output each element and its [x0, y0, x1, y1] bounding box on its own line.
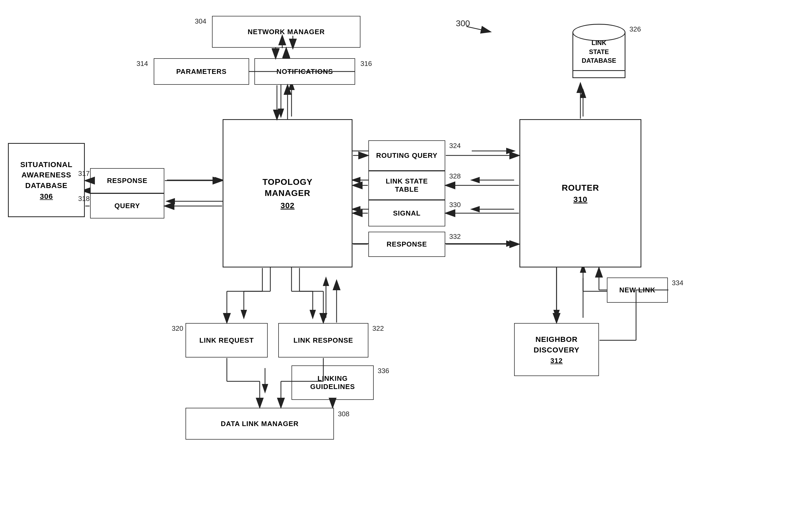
link-request-box: LINK REQUEST: [185, 323, 268, 358]
svg-line-36: [466, 26, 490, 32]
link-state-database-ref: 326: [629, 25, 641, 33]
router-box: ROUTER 310: [519, 119, 641, 267]
topology-manager-box: TOPOLOGYMANAGER 302: [223, 119, 352, 267]
link-response-label: LINK RESPONSE: [293, 336, 353, 344]
neighbor-discovery-label: NEIGHBORDISCOVERY: [534, 334, 579, 355]
new-link-label: NEW LINK: [620, 286, 655, 294]
routing-query-box: ROUTING QUERY: [368, 140, 445, 171]
link-response-ref: 322: [372, 324, 384, 332]
query-318-label: QUERY: [114, 202, 140, 210]
link-state-database-label: LINKSTATEDATABASE: [572, 38, 625, 65]
data-link-manager-label: DATA LINK MANAGER: [221, 420, 299, 428]
parameters-box: PARAMETERS: [154, 58, 249, 85]
notifications-box: NOTIFICATIONS: [254, 58, 355, 85]
link-response-box: LINK RESPONSE: [278, 323, 368, 358]
response-332-label: RESPONSE: [387, 240, 427, 248]
response-317-ref: 317: [78, 170, 90, 178]
linking-guidelines-label: LINKINGGUIDELINES: [310, 375, 355, 391]
response-317-label: RESPONSE: [107, 177, 148, 185]
signal-ref: 330: [449, 201, 461, 209]
query-318-ref: 318: [78, 195, 90, 203]
neighbor-discovery-box: NEIGHBORDISCOVERY 312: [514, 323, 599, 376]
response-317-box: RESPONSE: [90, 168, 164, 193]
notifications-ref: 316: [361, 60, 372, 68]
new-link-box: NEW LINK: [607, 278, 668, 303]
network-manager-box: NETWORK MANAGER: [212, 16, 361, 48]
data-link-manager-box: DATA LINK MANAGER: [185, 408, 334, 440]
new-link-ref: 334: [672, 279, 683, 287]
routing-query-ref: 324: [449, 142, 461, 150]
link-state-table-label: LINK STATETABLE: [386, 177, 428, 194]
sa-database-ref: 306: [20, 192, 72, 201]
link-state-table-box: LINK STATETABLE: [368, 171, 445, 200]
link-request-label: LINK REQUEST: [199, 336, 254, 344]
network-manager-label: NETWORK MANAGER: [248, 28, 325, 36]
sa-database-label: SITUATIONALAWARENESSDATABASE: [20, 159, 72, 191]
router-label: ROUTER: [561, 183, 599, 193]
linking-guidelines-ref: 336: [378, 367, 389, 375]
link-request-ref: 320: [172, 324, 183, 332]
router-ref: 310: [561, 195, 599, 204]
query-318-box: QUERY: [90, 193, 164, 218]
neighbor-discovery-ref: 312: [534, 357, 579, 365]
link-state-database-container: LINKSTATEDATABASE: [570, 24, 628, 88]
topology-manager-label: TOPOLOGYMANAGER: [263, 177, 313, 198]
network-manager-ref: 304: [195, 17, 206, 25]
main-ref: 300: [456, 19, 470, 28]
data-link-manager-ref: 308: [338, 410, 349, 418]
signal-box: SIGNAL: [368, 200, 445, 226]
response-332-box: RESPONSE: [368, 232, 445, 257]
link-state-table-ref: 328: [449, 172, 461, 180]
signal-label: SIGNAL: [393, 209, 421, 217]
linking-guidelines-box: LINKINGGUIDELINES: [292, 365, 374, 400]
routing-query-label: ROUTING QUERY: [376, 151, 438, 160]
sa-database-box: SITUATIONALAWARENESSDATABASE 306: [8, 143, 85, 217]
parameters-label: PARAMETERS: [176, 68, 227, 76]
notifications-label: NOTIFICATIONS: [276, 68, 333, 76]
response-332-ref: 332: [449, 232, 461, 241]
parameters-ref: 314: [136, 60, 148, 68]
topology-manager-ref: 302: [263, 201, 313, 210]
